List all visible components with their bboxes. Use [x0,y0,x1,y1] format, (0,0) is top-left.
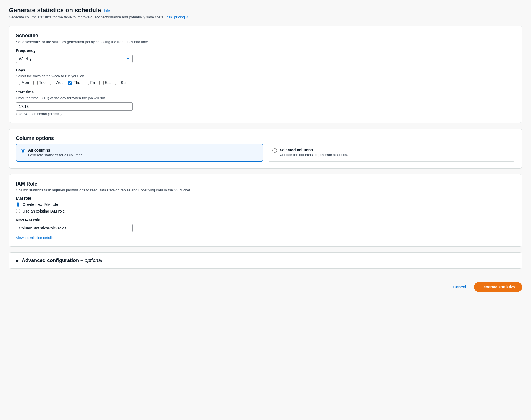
day-mon-label: Mon [21,80,29,85]
selected-columns-text: Selected columns Choose the columns to g… [280,148,348,157]
start-time-label: Start time [16,90,515,94]
start-time-hint: Use 24-hour format (hh:mm). [16,112,515,116]
checkbox-sat[interactable] [99,81,104,85]
iam-role-title: IAM Role [16,181,515,187]
day-fri[interactable]: Fri [85,80,95,85]
days-sublabel: Select the days of the week to run your … [16,74,515,78]
day-sat-label: Sat [105,80,111,85]
checkbox-wed[interactable] [50,81,54,85]
iam-role-desc: Column statistics task requires permissi… [16,188,515,192]
all-columns-desc: Generate statistics for all columns. [28,153,83,157]
day-thu-label: Thu [73,80,80,85]
selected-columns-desc: Choose the columns to generate statistic… [280,153,348,157]
column-options-title: Column options [16,135,515,141]
days-label: Days [16,68,515,72]
day-wed[interactable]: Wed [50,80,64,85]
create-new-iam-label: Create new IAM role [23,202,58,207]
page-subtitle: Generate column statistics for the table… [9,15,522,19]
day-sun[interactable]: Sun [115,80,128,85]
checkbox-mon[interactable] [16,81,20,85]
all-columns-text: All columns Generate statistics for all … [28,148,83,157]
page-header: Generate statistics on schedule Info Gen… [9,7,522,19]
days-field: Days Select the days of the week to run … [16,68,515,85]
iam-role-radio-group: Create new IAM role Use an existing IAM … [16,202,515,213]
info-link[interactable]: Info [104,8,110,13]
selected-columns-radio[interactable] [272,148,277,153]
frequency-label: Frequency [16,48,515,53]
day-fri-label: Fri [90,80,95,85]
page-title: Generate statistics on schedule [9,7,101,14]
schedule-section: Schedule Set a schedule for the statisti… [9,26,522,123]
generate-statistics-button[interactable]: Generate statistics [474,282,522,292]
new-iam-role-label: New IAM role [16,218,515,222]
start-time-input[interactable] [16,102,133,111]
advanced-arrow-icon: ▶ [16,258,19,263]
schedule-title: Schedule [16,33,515,39]
day-tue[interactable]: Tue [33,80,46,85]
frequency-select-wrapper: Hourly Daily Weekly Monthly Custom [16,55,133,63]
cancel-button[interactable]: Cancel [449,283,471,291]
day-mon[interactable]: Mon [16,80,29,85]
create-new-iam-radio[interactable] [16,202,20,207]
iam-role-section: IAM Role Column statistics task requires… [9,174,522,247]
use-existing-iam-radio[interactable] [16,209,20,213]
day-wed-label: Wed [56,80,64,85]
column-options-section: Column options All columns Generate stat… [9,129,522,169]
use-existing-iam-item[interactable]: Use an existing IAM role [16,209,515,213]
day-sun-label: Sun [121,80,128,85]
advanced-title: Advanced configuration – optional [22,258,102,263]
schedule-desc: Set a schedule for the statistics genera… [16,40,515,44]
all-columns-label: All columns [28,148,83,152]
days-checkboxes: Mon Tue Wed Thu Fri Sat [16,80,515,85]
page-footer: Cancel Generate statistics [9,278,522,292]
view-pricing-link[interactable]: View pricing [165,15,188,19]
start-time-field: Start time Enter the time (UTC) of the d… [16,90,515,116]
new-iam-role-input[interactable] [16,224,133,232]
column-options-grid: All columns Generate statistics for all … [16,144,515,162]
checkbox-tue[interactable] [33,81,38,85]
selected-columns-card[interactable]: Selected columns Choose the columns to g… [268,144,515,162]
all-columns-card[interactable]: All columns Generate statistics for all … [16,144,263,162]
checkbox-fri[interactable] [85,81,89,85]
day-tue-label: Tue [39,80,46,85]
view-permissions-link[interactable]: View permission details [16,236,54,240]
use-existing-iam-label: Use an existing IAM role [23,209,65,213]
start-time-sublabel: Enter the time (UTC) of the day for when… [16,96,515,100]
day-sat[interactable]: Sat [99,80,111,85]
frequency-select[interactable]: Hourly Daily Weekly Monthly Custom [16,55,133,63]
day-thu[interactable]: Thu [68,80,80,85]
all-columns-radio[interactable] [21,149,25,153]
checkbox-sun[interactable] [115,81,119,85]
selected-columns-label: Selected columns [280,148,348,152]
checkbox-thu[interactable] [68,81,72,85]
iam-role-label: IAM role [16,196,515,201]
advanced-config-section[interactable]: ▶ Advanced configuration – optional [9,252,522,269]
create-new-iam-item[interactable]: Create new IAM role [16,202,515,207]
